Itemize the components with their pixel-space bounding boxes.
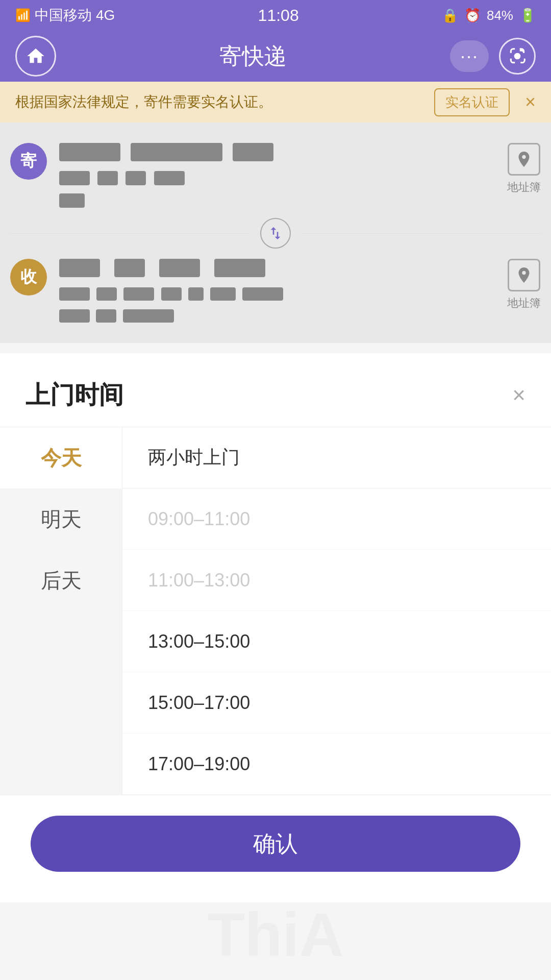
status-right: 🔒 ⏰ 84% 🔋 [442, 8, 536, 23]
time-item-4[interactable]: 15:00–17:00 [122, 672, 551, 733]
time-item-0[interactable]: 两小时上门 [122, 427, 551, 488]
receiver-detail3 [123, 309, 174, 323]
sender-addr3 [126, 171, 146, 185]
carrier-label: 中国移动 [35, 6, 92, 25]
divider-line-right [301, 233, 541, 234]
date-dayafter-label: 后天 [41, 567, 82, 595]
sender-address-book-label: 地址簿 [507, 180, 541, 195]
svg-point-0 [514, 53, 521, 60]
receiver-addr1 [59, 287, 90, 301]
receiver-detail1 [59, 309, 90, 323]
date-item-tomorrow[interactable]: 明天 [0, 488, 122, 550]
page-title: 寄快递 [219, 41, 287, 71]
receiver-phone [159, 259, 200, 277]
confirm-button[interactable]: 确认 [31, 816, 520, 872]
sender-content[interactable] [59, 143, 507, 208]
date-tomorrow-label: 明天 [41, 505, 82, 533]
sender-row: 寄 地址簿 [0, 133, 551, 218]
date-item-dayafter[interactable]: 后天 [0, 550, 122, 611]
time-slot-0: 两小时上门 [148, 445, 240, 470]
receiver-detail2 [96, 309, 116, 323]
sender-badge-label: 寄 [20, 150, 37, 173]
more-button[interactable]: ··· [450, 40, 489, 72]
sender-name [59, 143, 120, 161]
receiver-badge-label: 收 [20, 266, 37, 288]
receiver-addr5 [188, 287, 204, 301]
status-time: 11:08 [258, 6, 299, 25]
time-picker: 今天 明天 后天 两小时上门 09:00–11:00 11:00–13:00 1… [0, 427, 551, 795]
sender-addr2 [97, 171, 118, 185]
header: 寄快递 ··· [0, 31, 551, 82]
time-list: 两小时上门 09:00–11:00 11:00–13:00 13:00–15:0… [122, 427, 551, 795]
scan-button[interactable] [499, 38, 536, 75]
date-item-today[interactable]: 今天 [0, 427, 122, 488]
real-name-auth-button[interactable]: 实名认证 [434, 88, 510, 116]
swap-divider [0, 218, 551, 249]
swap-button[interactable] [260, 218, 291, 249]
time-item-2: 11:00–13:00 [122, 550, 551, 611]
sender-phone [131, 143, 222, 161]
time-slot-3: 13:00–15:00 [148, 631, 250, 652]
time-slot-5: 17:00–19:00 [148, 753, 250, 775]
sender-address-book-button[interactable]: 地址簿 [507, 143, 541, 195]
network-label: 4G [96, 7, 115, 23]
receiver-tag [214, 259, 265, 277]
address-section: 寄 地址簿 [0, 122, 551, 343]
notice-text: 根据国家法律规定，寄件需要实名认证。 [15, 92, 424, 112]
sender-addr5 [59, 193, 85, 208]
receiver-address-book-label: 地址簿 [507, 296, 541, 311]
time-item-1: 09:00–11:00 [122, 488, 551, 550]
time-slot-4: 15:00–17:00 [148, 692, 250, 714]
bottom-sheet: 上门时间 × 今天 明天 后天 两小时上门 09:00–11:00 11:0 [0, 353, 551, 795]
sheet-header: 上门时间 × [0, 353, 551, 427]
time-slot-1: 09:00–11:00 [148, 508, 250, 530]
receiver-addr2 [96, 287, 117, 301]
battery-icon: 🔋 [519, 8, 536, 23]
receiver-name2 [114, 259, 145, 277]
receiver-badge: 收 [10, 259, 47, 296]
battery-label: 84% [487, 8, 513, 23]
receiver-content[interactable] [59, 259, 507, 323]
sheet-title: 上门时间 [26, 379, 123, 411]
receiver-addr7 [242, 287, 283, 301]
notice-bar: 根据国家法律规定，寄件需要实名认证。 实名认证 × [0, 82, 551, 122]
time-item-5[interactable]: 17:00–19:00 [122, 733, 551, 795]
receiver-address-book-icon [508, 259, 540, 291]
receiver-name [59, 259, 100, 277]
divider-line-left [10, 233, 250, 234]
time-item-3[interactable]: 13:00–15:00 [122, 611, 551, 672]
header-actions: ··· [450, 38, 536, 75]
status-left: 📶 中国移动 4G [15, 6, 115, 25]
receiver-row: 收 [0, 249, 551, 333]
receiver-addr4 [161, 287, 182, 301]
sender-address-book-icon [508, 143, 540, 176]
date-list: 今天 明天 后天 [0, 427, 122, 795]
receiver-addr3 [123, 287, 154, 301]
sender-addr1 [59, 171, 90, 185]
sender-badge: 寄 [10, 143, 47, 180]
confirm-section: 确认 [0, 795, 551, 902]
alarm-icon: ⏰ [464, 8, 481, 23]
lock-icon: 🔒 [442, 8, 458, 23]
status-bar: 📶 中国移动 4G 11:08 🔒 ⏰ 84% 🔋 [0, 0, 551, 31]
home-button[interactable] [15, 36, 56, 77]
notice-close-button[interactable]: × [525, 91, 536, 113]
receiver-address-book-button[interactable]: 地址簿 [507, 259, 541, 311]
signal-icon: 📶 [15, 8, 31, 22]
receiver-addr6 [210, 287, 236, 301]
watermark: ThiA [208, 899, 344, 970]
date-today-label: 今天 [41, 444, 82, 472]
sheet-close-button[interactable]: × [512, 382, 525, 408]
sender-tag [233, 143, 273, 161]
time-slot-2: 11:00–13:00 [148, 570, 250, 591]
sender-addr4 [154, 171, 185, 185]
